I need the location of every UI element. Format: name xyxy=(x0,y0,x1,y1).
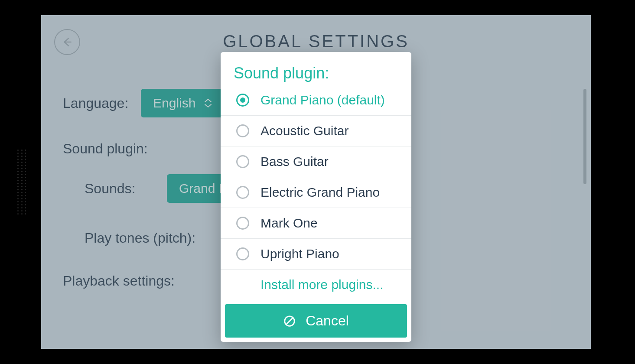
arrow-left-icon xyxy=(62,36,73,48)
option-label: Mark One xyxy=(261,216,318,231)
svg-line-2 xyxy=(287,318,293,324)
radio-icon xyxy=(236,217,249,230)
sound-plugin-modal: Sound plugin: Grand Piano (default)Acous… xyxy=(221,52,411,342)
sound-plugin-option[interactable]: Acoustic Guitar xyxy=(221,116,411,146)
cancel-icon xyxy=(283,315,296,328)
cancel-button[interactable]: Cancel xyxy=(225,304,407,338)
radio-icon xyxy=(236,247,249,260)
option-label: Acoustic Guitar xyxy=(261,124,348,138)
option-label: Grand Piano (default) xyxy=(261,93,385,107)
sound-plugin-option-list: Grand Piano (default)Acoustic GuitarBass… xyxy=(221,89,411,270)
sound-plugin-option[interactable]: Bass Guitar xyxy=(221,146,411,177)
option-label: Bass Guitar xyxy=(261,154,329,169)
sound-plugin-option[interactable]: Upright Piano xyxy=(221,239,411,270)
select-arrows-icon xyxy=(204,98,212,108)
language-label: Language: xyxy=(63,95,141,111)
cancel-label: Cancel xyxy=(306,313,349,329)
language-dropdown[interactable]: English xyxy=(141,89,224,117)
scrollbar-thumb[interactable] xyxy=(583,89,586,184)
device-frame: GLOBAL SETTINGS Language: English Sound … xyxy=(0,0,635,364)
radio-icon xyxy=(236,94,249,107)
radio-icon xyxy=(236,124,249,137)
sound-plugin-option[interactable]: Mark One xyxy=(221,208,411,239)
sounds-label: Sounds: xyxy=(85,181,167,197)
modal-title: Sound plugin: xyxy=(221,52,411,89)
app-screen: GLOBAL SETTINGS Language: English Sound … xyxy=(41,15,591,349)
speaker-grill xyxy=(17,147,26,217)
back-button[interactable] xyxy=(54,29,80,55)
option-label: Upright Piano xyxy=(261,247,339,261)
radio-icon xyxy=(236,155,249,168)
sound-plugin-option[interactable]: Grand Piano (default) xyxy=(221,89,411,116)
page-title: GLOBAL SETTINGS xyxy=(223,32,409,51)
option-label: Electric Grand Piano xyxy=(261,185,380,200)
language-value: English xyxy=(153,96,195,110)
pitch-label: Play tones (pitch): xyxy=(85,230,228,246)
radio-icon xyxy=(236,186,249,199)
sound-plugin-option[interactable]: Electric Grand Piano xyxy=(221,177,411,208)
install-more-plugins-link[interactable]: Install more plugins... xyxy=(221,270,411,302)
